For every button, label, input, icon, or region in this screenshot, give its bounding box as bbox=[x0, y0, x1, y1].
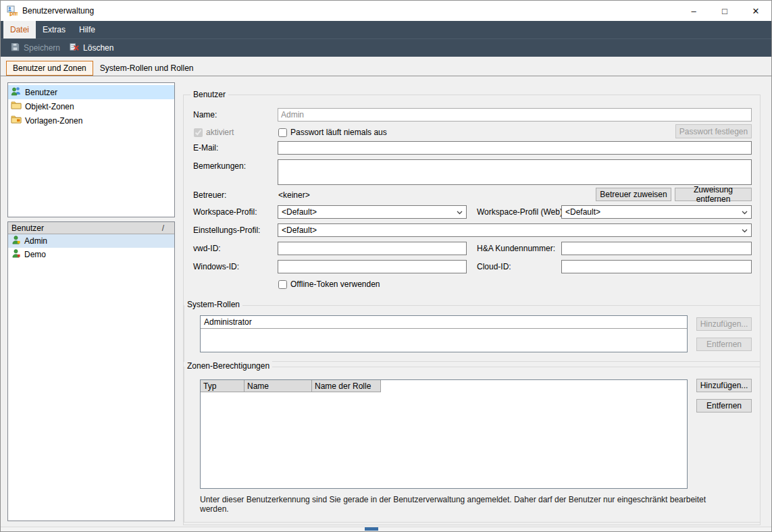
user-list: Benutzer / Admin bbox=[7, 221, 175, 521]
offline-token-checkbox[interactable]: Offline-Token verwenden bbox=[278, 280, 380, 289]
window-controls: – □ ✕ bbox=[678, 1, 771, 21]
system-rollen-remove-button[interactable]: Entfernen bbox=[696, 338, 752, 351]
workspace-profile-select[interactable]: <Default> bbox=[278, 205, 467, 219]
users-icon bbox=[11, 86, 22, 99]
user-icon bbox=[11, 248, 21, 261]
workspace-profile-value: <Default> bbox=[282, 207, 317, 217]
supervisor-value: <keiner> bbox=[278, 190, 310, 200]
zone-tree: Benutzer Objekt-Zonen bbox=[7, 82, 175, 217]
tree-item-objekt-zonen[interactable]: Objekt-Zonen bbox=[8, 99, 174, 113]
column-header-name[interactable]: Name bbox=[245, 380, 312, 392]
chevron-down-icon bbox=[742, 225, 748, 235]
zonen-berechtigungen-title: Zonen-Berechtigungen bbox=[184, 361, 272, 371]
pw-expire-checkbox-input[interactable] bbox=[278, 128, 287, 137]
system-rollen-add-button[interactable]: Hinzufügen... bbox=[696, 317, 752, 331]
user-icon bbox=[11, 235, 21, 247]
menubar: Datei Extras Hilfe bbox=[1, 21, 771, 38]
user-row-label: Admin bbox=[24, 236, 47, 246]
folder-icon bbox=[11, 100, 22, 113]
system-role-row-administrator[interactable]: Administrator bbox=[201, 316, 687, 329]
save-toolbar-button[interactable]: Speichern bbox=[5, 41, 65, 55]
workspace-web-label: Workspace-Profil (Web): bbox=[477, 207, 565, 217]
delete-toolbar-button[interactable]: Löschen bbox=[65, 41, 118, 55]
restriction-note: Unter dieser Benutzerkennung sind Sie ge… bbox=[200, 495, 734, 514]
user-list-header[interactable]: Benutzer / bbox=[8, 222, 174, 234]
svg-text:pm: pm bbox=[9, 10, 18, 16]
pw-expire-checkbox[interactable]: Passwort läuft niemals aus bbox=[278, 128, 387, 137]
chevron-down-icon bbox=[742, 207, 748, 217]
user-row-admin[interactable]: Admin bbox=[8, 234, 174, 248]
tree-item-label: Vorlagen-Zonen bbox=[25, 116, 82, 126]
settings-profile-select[interactable]: <Default> bbox=[278, 223, 752, 237]
vwd-id-label: vwd-ID: bbox=[193, 244, 221, 253]
toolbar: Speichern Löschen bbox=[1, 38, 771, 57]
tabstrip: Benutzer und Zonen System-Rollen und Rol… bbox=[1, 61, 771, 76]
windows-id-input[interactable] bbox=[278, 260, 467, 273]
name-label: Name: bbox=[193, 110, 217, 119]
content: Benutzer Objekt-Zonen bbox=[1, 76, 771, 531]
tab-system-rollen-und-rollen[interactable]: System-Rollen und Rollen bbox=[93, 61, 201, 76]
workspace-web-select[interactable]: <Default> bbox=[561, 205, 752, 219]
taskbar-edge bbox=[1, 527, 771, 531]
menu-item-extras[interactable]: Extras bbox=[36, 21, 72, 38]
benutzer-group-title: Benutzer bbox=[190, 90, 228, 99]
zonen-add-button[interactable]: Hinzufügen... bbox=[696, 379, 752, 392]
remarks-textarea[interactable] bbox=[278, 159, 752, 185]
cloud-id-input[interactable] bbox=[561, 260, 752, 273]
menu-item-datei[interactable]: Datei bbox=[3, 21, 36, 38]
cloud-id-label: Cloud-ID: bbox=[477, 262, 511, 271]
windows-id-label: Windows-ID: bbox=[193, 262, 239, 271]
system-rollen-title: System-Rollen bbox=[184, 300, 242, 309]
ha-kundennummer-input[interactable] bbox=[561, 242, 752, 255]
app-icon: pm bbox=[7, 5, 18, 16]
tree-item-label: Objekt-Zonen bbox=[25, 102, 74, 111]
user-row-demo[interactable]: Demo bbox=[8, 248, 174, 261]
delete-icon bbox=[70, 42, 80, 54]
remove-assignment-button[interactable]: Zuweisung entfernen bbox=[675, 188, 752, 201]
offline-token-checkbox-input[interactable] bbox=[278, 280, 287, 289]
template-folder-icon bbox=[11, 114, 22, 127]
aktiviert-checkbox[interactable]: aktiviert bbox=[194, 128, 234, 137]
name-input[interactable] bbox=[278, 108, 752, 122]
column-header-typ[interactable]: Typ bbox=[201, 380, 245, 392]
zonen-table: Typ Name Name der Rolle bbox=[200, 379, 688, 489]
settings-profile-value: <Default> bbox=[282, 225, 317, 235]
system-role-label: Administrator bbox=[204, 317, 252, 327]
set-password-button[interactable]: Passwort festlegen bbox=[675, 124, 752, 138]
tree-item-benutzer[interactable]: Benutzer bbox=[8, 85, 174, 99]
workspace-web-value: <Default> bbox=[565, 207, 600, 217]
titlebar: pm Benutzerverwaltung – □ ✕ bbox=[1, 1, 771, 21]
vwd-id-input[interactable] bbox=[278, 242, 467, 255]
email-label: E-Mail: bbox=[193, 143, 218, 153]
app-window: pm Benutzerverwaltung – □ ✕ Datei Extras… bbox=[0, 0, 772, 532]
zonen-remove-button[interactable]: Entfernen bbox=[696, 399, 752, 413]
email-input[interactable] bbox=[278, 141, 752, 155]
settings-profile-label: Einstellungs-Profil: bbox=[193, 225, 260, 235]
sort-indicator-icon: / bbox=[162, 223, 164, 233]
system-rollen-list: Administrator bbox=[200, 315, 688, 352]
ha-kundennummer-label: H&A Kundennummer: bbox=[477, 244, 555, 253]
user-row-label: Demo bbox=[24, 250, 46, 259]
tab-benutzer-und-zonen[interactable]: Benutzer und Zonen bbox=[6, 61, 93, 76]
aktiviert-label: aktiviert bbox=[206, 128, 234, 137]
tree-item-vorlagen-zonen[interactable]: Vorlagen-Zonen bbox=[8, 113, 174, 128]
remarks-field-wrap bbox=[278, 159, 752, 185]
tree-item-label: Benutzer bbox=[25, 88, 57, 97]
remarks-label: Bemerkungen: bbox=[193, 161, 246, 171]
aktiviert-checkbox-input[interactable] bbox=[194, 128, 203, 137]
window-title: Benutzerverwaltung bbox=[22, 6, 94, 16]
save-icon bbox=[10, 42, 20, 54]
menu-item-hilfe[interactable]: Hilfe bbox=[72, 21, 102, 38]
offline-token-label: Offline-Token verwenden bbox=[290, 280, 380, 289]
zonen-table-header: Typ Name Name der Rolle bbox=[201, 380, 687, 392]
pw-expire-label: Passwort läuft niemals aus bbox=[290, 128, 387, 137]
delete-toolbar-label: Löschen bbox=[83, 43, 113, 53]
maximize-button[interactable]: □ bbox=[709, 1, 740, 21]
save-toolbar-label: Speichern bbox=[24, 43, 60, 53]
column-header-name-der-rolle[interactable]: Name der Rolle bbox=[312, 380, 381, 392]
assign-supervisor-button[interactable]: Betreuer zuweisen bbox=[596, 188, 671, 201]
close-button[interactable]: ✕ bbox=[740, 1, 771, 21]
supervisor-label: Betreuer: bbox=[193, 190, 226, 200]
minimize-button[interactable]: – bbox=[678, 1, 709, 21]
user-list-header-label: Benutzer bbox=[11, 223, 44, 233]
